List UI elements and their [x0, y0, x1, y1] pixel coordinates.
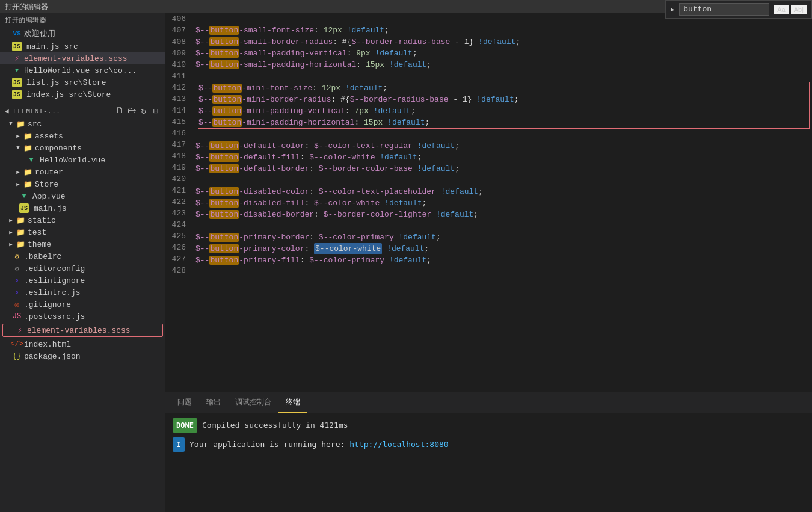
search-input[interactable]: [679, 13, 769, 16]
editorconfig-icon: ⚙: [12, 264, 22, 273]
static-arrow: ▶: [7, 217, 14, 224]
sidebar-item-store[interactable]: ▶ 📁 Store: [0, 178, 165, 190]
badge-info: I: [173, 437, 185, 452]
sidebar-item-components[interactable]: ▼ 📁 components: [0, 142, 165, 154]
ln-408: 408: [170, 36, 186, 48]
sidebar-item-gitignore[interactable]: ◎ .gitignore: [0, 298, 165, 310]
sidebar-item-main-js[interactable]: JS main.js src: [0, 40, 165, 52]
ln-424: 424: [170, 219, 186, 230]
sidebar-item-index-js[interactable]: JS index.js src\Store: [0, 88, 165, 100]
ln-425: 425: [170, 230, 186, 242]
index-js-label: index.js src\Store: [26, 90, 161, 99]
ln-412: 412: [170, 82, 186, 93]
code-line-419: $--button-default-border: $--border-colo…: [195, 163, 812, 174]
ln-420: 420: [170, 173, 186, 185]
new-folder-btn[interactable]: 🗁: [127, 106, 137, 116]
new-file-btn[interactable]: 🗋: [115, 106, 125, 116]
ln-406: 406: [170, 13, 186, 25]
sidebar-item-router[interactable]: ▶ 📁 router: [0, 166, 165, 178]
code-line-424: [195, 220, 812, 232]
tab-terminal[interactable]: 终端: [278, 392, 307, 413]
helloworld-label: HelloWorld.vue src\co...: [24, 66, 161, 75]
sidebar-item-theme[interactable]: ▶ 📁 theme: [0, 238, 165, 250]
sidebar-item-package-json[interactable]: {} package.json: [0, 350, 165, 362]
sidebar-item-element-bottom[interactable]: ⚡ element-variables.scss: [2, 324, 163, 337]
ln-426: 426: [170, 242, 186, 253]
test-label: test: [28, 228, 161, 237]
eslintignore-label: .eslintignore: [24, 276, 161, 285]
scss-bottom-icon: ⚡: [15, 325, 25, 335]
code-line-407: $--button-small-font-size: 12px !default…: [195, 25, 812, 36]
sidebar-item-welcome[interactable]: VS 欢迎使用: [0, 27, 165, 40]
code-lines: $--button-small-font-size: 12px !default…: [195, 13, 812, 392]
tab-problems-label: 问题: [177, 397, 192, 407]
sidebar-item-list-js[interactable]: JS list.js src\Store: [0, 76, 165, 88]
main-area: 打开的编辑器 VS 欢迎使用 JS main.js src ⚡ element-…: [0, 13, 812, 512]
code-line-408: $--button-small-border-radius: #{$--bord…: [195, 36, 812, 48]
explorer-label: ◀ ELEMENT-...: [5, 107, 60, 115]
sidebar-item-index-html[interactable]: </> index.html: [0, 338, 165, 350]
collapse-btn[interactable]: ⊟: [151, 106, 161, 116]
code-editor[interactable]: 406 407 408 409 410 411 412 413 414 415 …: [165, 13, 812, 392]
code-line-426: $--button-primary-color: $--color-white …: [195, 243, 812, 254]
main-js-tree-label: main.js: [34, 204, 161, 213]
refresh-btn[interactable]: ↻: [139, 106, 149, 116]
sidebar-item-eslintrc[interactable]: ⚬ .eslintrc.js: [0, 286, 165, 298]
code-line-410: $--button-small-padding-horizontal: 15px…: [195, 59, 812, 70]
open-editors-header: 打开的编辑器: [0, 13, 165, 27]
folder-theme-icon: 📁: [16, 239, 25, 249]
sidebar-item-helloworld-tree[interactable]: ▼ HelloWorld.vue: [0, 154, 165, 166]
components-label: components: [35, 144, 161, 153]
babelrc-icon: ⚙: [12, 251, 22, 261]
sidebar-item-eslintignore[interactable]: ⚬ .eslintignore: [0, 274, 165, 286]
sidebar-item-postcssrc[interactable]: JS .postcssrc.js: [0, 310, 165, 322]
code-line-414: $--button-mini-padding-vertical: 7px !de…: [198, 105, 809, 117]
js-icon: JS: [12, 42, 22, 51]
ln-427: 427: [170, 253, 186, 265]
sidebar-item-editorconfig[interactable]: ⚙ .editorconfig: [0, 262, 165, 274]
index-html-label: index.html: [24, 340, 161, 349]
code-line-421: $--button-disabled-color: $--color-text-…: [195, 186, 812, 197]
tab-problems[interactable]: 问题: [170, 392, 199, 413]
ln-409: 409: [170, 48, 186, 59]
sidebar-item-static[interactable]: ▶ 📁 static: [0, 214, 165, 226]
sidebar-item-helloworld[interactable]: ▼ HelloWorld.vue src\co...: [0, 64, 165, 76]
panel-tabs: 问题 输出 调试控制台 终端: [165, 392, 812, 413]
sidebar-item-app-vue[interactable]: ▼ App.vue: [0, 190, 165, 202]
router-label: router: [35, 168, 161, 177]
code-line-420: [195, 174, 812, 186]
babelrc-label: .babelrc: [24, 252, 161, 261]
search-case-btn[interactable]: Aa: [774, 13, 788, 14]
sidebar-item-assets[interactable]: ▶ 📁 assets: [0, 130, 165, 142]
main-js-label: main.js src: [26, 42, 161, 51]
sidebar-item-test[interactable]: ▶ 📁 test: [0, 226, 165, 238]
ln-407: 407: [170, 25, 186, 36]
sidebar-item-babelrc[interactable]: ⚙ .babelrc: [0, 250, 165, 262]
vue-icon-tree: ▼: [26, 155, 36, 165]
terminal-compiled-text: Compiled successfully in 4121ms: [202, 419, 348, 432]
folder-assets-icon: 📁: [23, 131, 32, 141]
search-word-btn[interactable]: Ab|: [791, 13, 807, 14]
router-arrow: ▶: [14, 168, 22, 176]
tab-debug[interactable]: 调试控制台: [228, 392, 278, 413]
sidebar-item-element-variables[interactable]: ⚡ element-variables.scss: [0, 52, 165, 64]
ln-422: 422: [170, 196, 186, 208]
html-icon: </>: [12, 339, 22, 349]
ln-411: 411: [170, 70, 186, 82]
tab-output-label: 输出: [206, 397, 221, 407]
terminal-line-2: I Your application is running here: http…: [173, 437, 805, 452]
vue-icon: ▼: [12, 66, 22, 75]
folder-components-icon: 📁: [23, 143, 32, 153]
app-vue-icon: ▼: [19, 191, 29, 201]
sidebar-item-main-js-tree[interactable]: JS main.js: [0, 202, 165, 214]
assets-label: assets: [35, 132, 161, 141]
main-js-tree-icon: JS: [19, 203, 29, 213]
element-variables-label: element-variables.scss: [24, 54, 161, 63]
sidebar-item-src[interactable]: ▼ 📁 src: [0, 118, 165, 130]
ln-413: 413: [170, 93, 186, 105]
static-label: static: [28, 216, 161, 225]
code-line-412: $--button-mini-font-size: 12px !default;: [198, 82, 809, 94]
badge-done: DONE: [173, 418, 197, 433]
terminal-url[interactable]: http://localhost:8080: [349, 438, 448, 451]
tab-output[interactable]: 输出: [199, 392, 228, 413]
